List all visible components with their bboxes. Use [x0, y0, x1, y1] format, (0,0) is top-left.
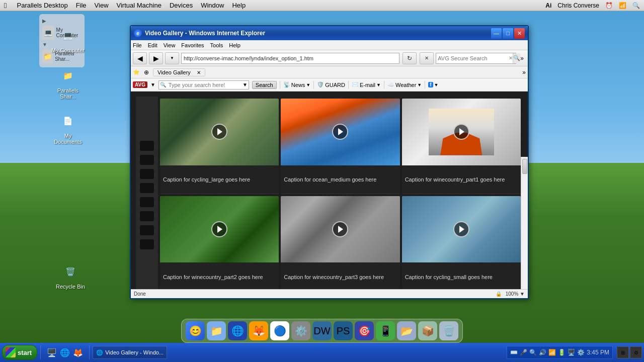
avg-email-item[interactable]: ✉️ E-mail ▼: [352, 81, 381, 88]
ie-search-bar[interactable]: ✕ 🔍: [436, 53, 516, 64]
user-name[interactable]: Chris Converse: [557, 2, 599, 9]
apple-menu[interactable]: : [4, 1, 7, 10]
video-item-wine1[interactable]: Caption for winecountry_part1 goes here: [402, 99, 521, 194]
firefox-quick-launch[interactable]: 🦊: [72, 346, 84, 358]
play-button-wine2[interactable]: [211, 221, 227, 237]
dock-app2-icon[interactable]: 📱: [376, 321, 395, 340]
dock-photoshop-icon[interactable]: PS: [334, 321, 353, 340]
wifi-icon: 📶: [619, 2, 626, 9]
adobe-icon: Ai: [545, 2, 551, 9]
dock-gear-icon[interactable]: ⚙️: [291, 321, 310, 340]
avg-weather-item[interactable]: ☁️ Weather ▼: [387, 81, 422, 88]
help-menu[interactable]: Help: [232, 2, 246, 9]
parallels-ctrl-btn[interactable]: ⊞: [617, 346, 629, 358]
minimize-button[interactable]: —: [491, 28, 502, 39]
sidebar-expand-arrow[interactable]: ▶: [42, 17, 82, 25]
video-item-cycling-large[interactable]: Caption for cycling_large goes here: [160, 99, 279, 194]
search-icon[interactable]: 🔍: [632, 2, 640, 9]
taskbar-ie-item[interactable]: 🌐 Video Gallery - Windo...: [93, 346, 167, 359]
browser-scrollbar[interactable]: [521, 157, 528, 298]
play-button-ocean[interactable]: [332, 124, 348, 140]
avg-guard-item[interactable]: 🛡️ GUARD: [317, 81, 345, 88]
weather-icon: ☁️: [387, 81, 394, 88]
ie-search-input[interactable]: [436, 55, 509, 61]
film-strip: [136, 97, 158, 293]
favorites-add-icon[interactable]: ⊕: [144, 69, 149, 76]
start-button[interactable]: start: [2, 345, 37, 360]
dock-finder-icon[interactable]: 😊: [186, 321, 205, 340]
dock-app1-icon[interactable]: 🎯: [355, 321, 374, 340]
ie-file-menu[interactable]: File: [133, 42, 142, 48]
search-clear-button[interactable]: ✕: [509, 55, 513, 61]
dock-trash-icon[interactable]: 🗑️: [439, 321, 458, 340]
avg-search-dropdown[interactable]: ▼: [242, 82, 249, 87]
play-button-wine3[interactable]: [332, 221, 348, 237]
dock-documents-icon[interactable]: 📂: [397, 321, 416, 340]
ie-help-menu[interactable]: Help: [229, 42, 240, 48]
dock-downloads-icon[interactable]: 📦: [418, 321, 437, 340]
file-menu[interactable]: File: [76, 2, 87, 9]
my-documents-icon[interactable]: 📄 My Documents: [50, 111, 86, 145]
avg-facebook-item[interactable]: f ▼: [428, 82, 438, 87]
back-button[interactable]: ◀: [133, 52, 147, 64]
devices-menu[interactable]: Devices: [170, 2, 193, 9]
avg-search-input[interactable]: [167, 82, 242, 88]
video-item-cycling-small[interactable]: Caption for cycling_small goes here: [402, 196, 521, 292]
toolbar-options-button[interactable]: »: [522, 69, 526, 76]
ie-edit-menu[interactable]: Edit: [148, 42, 157, 48]
stop-button[interactable]: ✕: [420, 52, 434, 64]
film-hole-6: [140, 211, 154, 221]
video-item-wine2[interactable]: Caption for winecountry_part2 goes here: [160, 196, 279, 292]
close-button[interactable]: ✕: [514, 28, 525, 39]
start-label: start: [18, 349, 32, 356]
video-caption-wine3: Caption for winecountry_part3 goes here: [281, 262, 399, 291]
mac-dock: 😊 📁 🌐 🦊 🔵 ⚙️ DW PS 🎯 📱 📂 📦 🗑️: [181, 319, 463, 343]
avg-news-item[interactable]: 📡 News ▼: [283, 81, 310, 88]
show-desktop-button[interactable]: 🖥️: [46, 346, 58, 358]
avg-logo: AVG: [133, 81, 147, 88]
video-caption-wine1: Caption for winecountry_part1 goes here: [402, 165, 521, 194]
taskbar-sep2: [89, 345, 90, 359]
virtual-machine-menu[interactable]: Virtual Machine: [117, 2, 162, 9]
ie-tools-menu[interactable]: Tools: [210, 42, 223, 48]
ie-statusbar: Done 🔒 100% ▼: [131, 289, 528, 298]
video-item-ocean-medium[interactable]: Caption for ocean_medium goes here: [281, 99, 399, 194]
dock-folder-icon[interactable]: 📁: [207, 321, 226, 340]
parallels-shared-icon[interactable]: 📁 Parallels Shar...: [50, 65, 86, 100]
avg-search-button[interactable]: Search: [252, 81, 277, 89]
avg-separator-3: [348, 81, 349, 89]
play-triangle-icon-4: [217, 226, 222, 233]
address-bar[interactable]: http://converse-imac.home/lynda/index_op…: [181, 53, 399, 64]
dropdown-button[interactable]: ▼: [165, 52, 179, 64]
ie-quick-launch[interactable]: 🌐: [59, 346, 71, 358]
play-button-cycling-large[interactable]: [211, 124, 227, 140]
video-item-wine3[interactable]: Caption for winecountry_part3 goes here: [281, 196, 399, 292]
video-thumb-wine2: [160, 196, 279, 263]
avg-separator-1: [280, 81, 280, 89]
tab-close-icon[interactable]: ✕: [197, 70, 201, 75]
video-gallery-tab[interactable]: Video Gallery ✕: [153, 68, 205, 76]
scrollbar-thumb[interactable]: [522, 159, 527, 174]
maximize-button[interactable]: □: [503, 28, 513, 39]
forward-button[interactable]: ▶: [149, 52, 163, 64]
dock-globe-icon[interactable]: 🌐: [228, 321, 247, 340]
play-button-wine1[interactable]: [453, 124, 469, 140]
toolbar-extras-button[interactable]: »: [518, 55, 526, 62]
dock-chrome-icon[interactable]: 🔵: [270, 321, 289, 340]
ie-view-menu[interactable]: View: [164, 42, 176, 48]
film-hole-8: [140, 239, 154, 249]
dock-firefox-icon[interactable]: 🦊: [249, 321, 268, 340]
view-menu[interactable]: View: [95, 2, 109, 9]
parallels-menu[interactable]: Parallels Desktop: [17, 2, 67, 9]
ie-favorites-menu[interactable]: Favorites: [181, 42, 204, 48]
play-button-cycling-small[interactable]: [453, 221, 469, 237]
my-computer-icon[interactable]: 💻 My Computer: [50, 25, 86, 53]
browser-title: Video Gallery - Windows Internet Explore…: [145, 30, 491, 37]
recycle-bin-icon[interactable]: 🗑️ Recycle Bin: [53, 261, 88, 290]
avg-dropdown-arrow[interactable]: ▼: [150, 82, 155, 87]
refresh-button[interactable]: ↻: [403, 52, 417, 64]
address-text: http://converse-imac.home/lynda/index_op…: [184, 55, 313, 61]
dock-dreamweaver-icon[interactable]: DW: [312, 321, 332, 340]
window-menu[interactable]: Window: [201, 2, 224, 9]
parallels-settings-btn[interactable]: ⚙: [630, 346, 642, 358]
